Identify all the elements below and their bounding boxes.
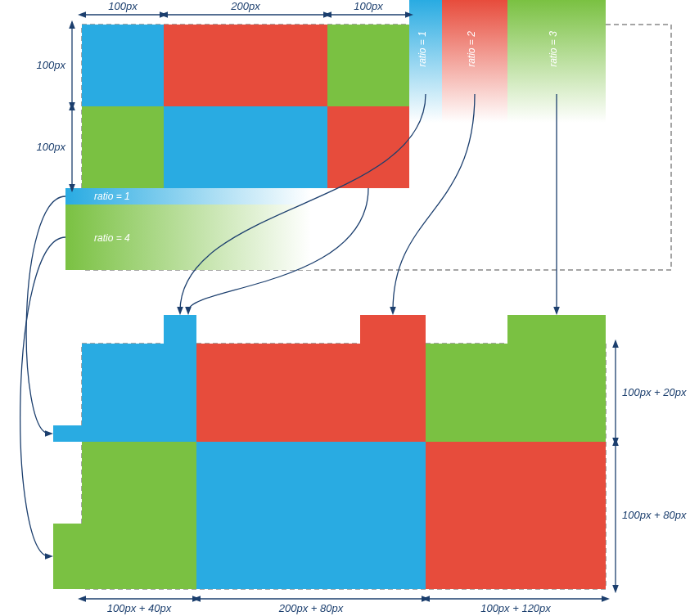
bot-row-label-1: 100px + 80px	[622, 509, 687, 521]
top-cell-0-1	[164, 25, 327, 106]
col-tab-2	[507, 315, 606, 344]
bot-col-label-2: 100px + 120px	[480, 602, 551, 614]
col-tab-0	[164, 315, 196, 344]
bot-col-label-1: 200px + 80px	[278, 602, 344, 614]
bot-cell-1-2	[426, 442, 606, 589]
top-cell-1-0	[82, 106, 164, 188]
row-tab-1	[53, 524, 82, 589]
top-row-label-1: 100px	[37, 141, 66, 153]
top-cell-0-2	[327, 25, 409, 106]
bot-cell-0-1	[196, 344, 426, 442]
bot-row-label-0: 100px + 20px	[622, 386, 687, 398]
bot-cell-0-0	[82, 344, 196, 442]
bot-cell-0-2	[426, 344, 606, 442]
row-ratio-label-0: ratio = 1	[94, 191, 130, 202]
col-ratio-label-0: ratio = 1	[417, 31, 428, 67]
top-col-label-0: 100px	[108, 0, 138, 12]
bot-col-label-0: 100px + 40px	[107, 602, 172, 614]
top-cell-1-1	[164, 106, 327, 188]
layout-diagram: ratio = 1 ratio = 2 ratio = 3 ratio = 1 …	[0, 0, 690, 616]
bot-cell-1-0	[82, 442, 196, 589]
top-row-label-0: 100px	[37, 59, 66, 71]
col-ratio-label-2: ratio = 3	[548, 31, 559, 67]
col-tab-1	[360, 315, 426, 344]
row-ratio-label-1: ratio = 4	[94, 232, 130, 244]
top-cell-0-0	[82, 25, 164, 106]
top-col-label-1: 200px	[230, 0, 260, 12]
row-tab-0	[53, 425, 82, 442]
top-col-label-2: 100px	[354, 0, 383, 12]
bot-cell-1-1	[196, 442, 426, 589]
bottom-grid	[53, 315, 606, 589]
top-grid: ratio = 1 ratio = 2 ratio = 3 ratio = 1 …	[65, 0, 671, 270]
col-ratio-label-1: ratio = 2	[466, 31, 477, 67]
top-cell-1-2	[327, 106, 409, 188]
